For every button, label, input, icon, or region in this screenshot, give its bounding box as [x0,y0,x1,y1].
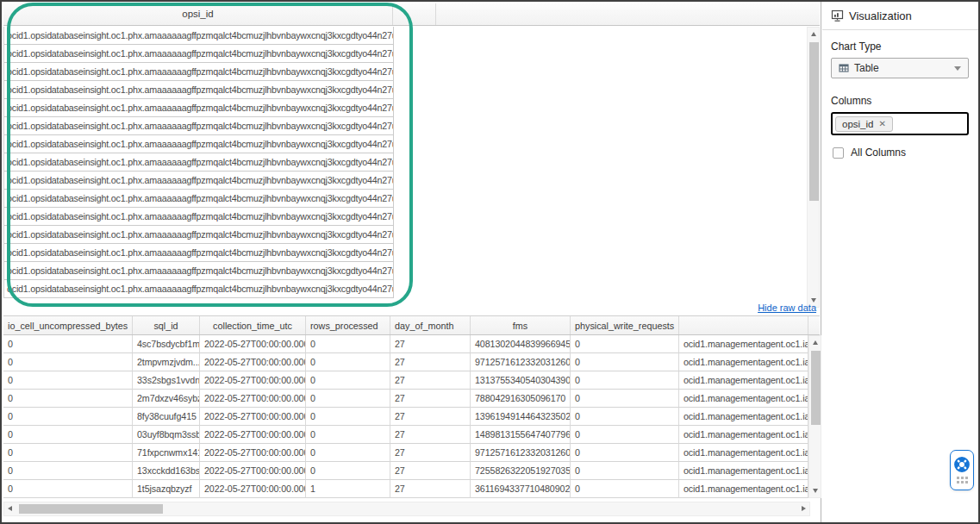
raw-cell: 1313755340540304390 [471,371,571,390]
all-columns-label: All Columns [851,147,906,159]
opsi-table-header-row: opsi_id [3,3,820,26]
panel-title-row: Visualization [831,9,970,22]
opsi-column-header: opsi_id [3,3,393,25]
raw-table-vertical-scrollbar[interactable] [808,335,821,498]
scroll-up-arrow-icon[interactable] [808,28,821,41]
raw-cell: 0 [3,462,133,480]
raw-cell: 0 [571,480,679,498]
raw-cell: 0 [571,462,679,480]
columns-input[interactable]: opsi_id ✕ [831,112,969,135]
raw-row: 003uyf8bqm3ssb2022-05-27T00:00:00.000Z02… [3,426,808,444]
opsi-row: ocid1.opsidatabaseinsight.oc1.phx.amaaaa… [4,45,394,63]
raw-cell: 4081302044839966945 [471,335,571,353]
visualization-panel: Visualization Chart Type Table Columns o… [822,2,978,522]
raw-cell: 14898131556474077963 [471,426,571,444]
raw-cell: ocid1.managementagent.oc1.iad.a [679,353,808,371]
raw-cell: 9712571612332031260 [471,444,571,462]
header-filler [436,3,820,25]
opsi-row: ocid1.opsidatabaseinsight.oc1.phx.amaaaa… [4,172,394,190]
scrollbar-thumb[interactable] [19,504,163,514]
chip-remove-icon[interactable]: ✕ [878,119,885,128]
raw-rows: 04sc7bsdycbf1m2022-05-27T00:00:00.000Z02… [3,335,808,498]
raw-cell: ocid1.managementagent.oc1.iad.a [679,444,808,462]
scroll-right-arrow-icon[interactable] [796,502,809,515]
raw-cell: 0 [306,462,390,480]
opsi-row: ocid1.opsidatabaseinsight.oc1.phx.amaaaa… [4,117,394,135]
raw-cell: 0 [571,426,679,444]
raw-cell: 2022-05-27T00:00:00.000Z [200,480,306,498]
scrollbar-thumb[interactable] [811,351,821,425]
column-chip-opsi-id[interactable]: opsi_id ✕ [835,116,893,132]
all-columns-checkbox[interactable] [833,147,844,159]
scroll-left-arrow-icon[interactable] [4,502,17,515]
raw-row: 013xcckdd163bs2022-05-27T00:00:00.000Z02… [3,462,808,480]
raw-cell: 0 [306,335,390,353]
raw-cell: 0 [3,408,133,426]
drag-dots-icon[interactable] [957,477,968,483]
raw-cell: 0 [3,480,133,498]
table-grid-icon [839,63,849,73]
results-panel: opsi_id ocid1.opsidatabaseinsight.oc1.ph… [2,2,821,522]
raw-cell: 2tmpvmzjvdm... [133,353,200,371]
hide-raw-data-link[interactable]: Hide raw data [758,303,816,313]
raw-table-horizontal-scrollbar[interactable] [3,502,810,516]
raw-cell: 27 [390,408,471,426]
raw-cell: 0 [306,444,390,462]
raw-column-header: io_cell_uncompressed_bytes [3,316,133,334]
raw-cell: 0 [3,353,133,371]
raw-cell: 0 [571,408,679,426]
raw-cell: 27 [390,462,471,480]
chip-label: opsi_id [842,119,873,129]
raw-cell: 0 [3,335,133,353]
raw-cell: 8fy38cuufg415 [133,408,200,426]
raw-row: 01t5jsazqbzyzf2022-05-27T00:00:00.000Z12… [3,480,808,498]
raw-table-header: io_cell_uncompressed_bytessql_idcollecti… [3,315,820,335]
raw-cell: 0 [571,353,679,371]
raw-row: 02m7dxzv46sybz2022-05-27T00:00:00.000Z02… [3,390,808,408]
raw-cell: 27 [390,371,471,390]
scroll-up-arrow-icon[interactable] [809,336,822,349]
opsi-row: ocid1.opsidatabaseinsight.oc1.phx.amaaaa… [4,190,394,208]
chevron-down-icon [954,66,961,71]
opsi-row: ocid1.opsidatabaseinsight.oc1.phx.amaaaa… [4,280,394,298]
opsi-row: ocid1.opsidatabaseinsight.oc1.phx.amaaaa… [4,153,394,172]
opsi-row: ocid1.opsidatabaseinsight.oc1.phx.amaaaa… [4,63,394,81]
divider [822,29,978,30]
life-buoy-icon[interactable] [954,457,970,472]
opsi-row: ocid1.opsidatabaseinsight.oc1.phx.amaaaa… [4,81,394,99]
raw-cell: 0 [306,408,390,426]
raw-cell: 0 [571,390,679,408]
header-filler [808,316,820,334]
raw-row: 071fxpcnwmx1412022-05-27T00:00:00.000Z02… [3,444,808,462]
raw-cell: 1 [306,480,390,498]
raw-cell: 2022-05-27T00:00:00.000Z [200,335,306,353]
raw-cell: ocid1.managementagent.oc1.iad.a [679,408,808,426]
top-table-vertical-scrollbar[interactable] [807,27,820,308]
scroll-down-arrow-icon[interactable] [809,484,822,497]
raw-cell: 2022-05-27T00:00:00.000Z [200,390,306,408]
raw-cell: 0 [571,444,679,462]
raw-cell: 71fxpcnwmx141 [133,444,200,462]
raw-column-header: rows_processed [306,316,390,334]
raw-cell: 0 [3,444,133,462]
raw-cell: 2022-05-27T00:00:00.000Z [200,444,306,462]
raw-column-header [679,316,808,334]
raw-cell: 0 [3,426,133,444]
raw-cell: 0 [571,371,679,390]
visualization-board-icon [831,9,844,22]
raw-cell: 2022-05-27T00:00:00.000Z [200,426,306,444]
raw-column-header: day_of_month [390,316,471,334]
opsi-row: ocid1.opsidatabaseinsight.oc1.phx.amaaaa… [4,244,394,262]
help-widget[interactable] [950,450,974,490]
raw-cell: ocid1.managementagent.oc1.iad.a [679,371,808,390]
chart-type-select[interactable]: Table [831,58,969,78]
scrollbar-thumb[interactable] [809,42,819,201]
raw-cell: 27 [390,480,471,498]
raw-cell: 7255826322051927035 [471,462,571,480]
raw-cell: 2m7dxzv46sybz [133,390,200,408]
raw-row: 033s2sbgs1vvdn2022-05-27T00:00:00.000Z02… [3,371,808,390]
raw-cell: 0 [306,390,390,408]
opsi-row: ocid1.opsidatabaseinsight.oc1.phx.amaaaa… [4,99,394,117]
raw-cell: 2022-05-27T00:00:00.000Z [200,353,306,371]
raw-row: 08fy38cuufg4152022-05-27T00:00:00.000Z02… [3,408,808,426]
